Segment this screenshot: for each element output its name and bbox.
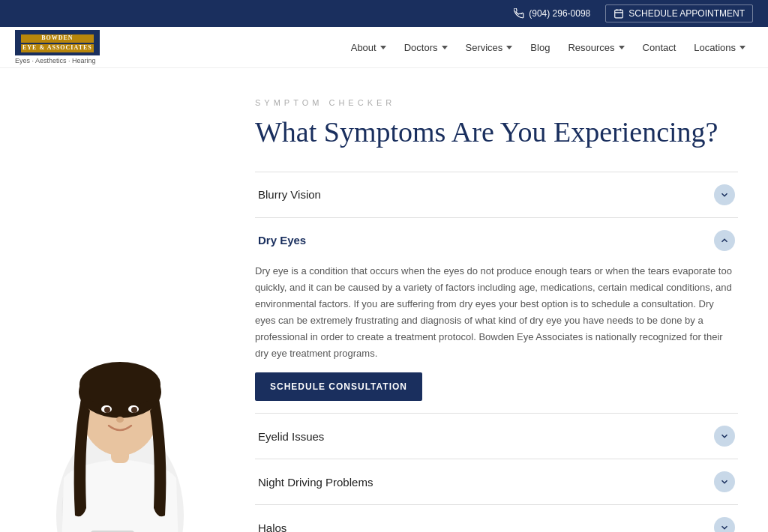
svg-rect-0 [615,10,623,17]
chevron-up-icon [719,235,730,246]
accordion-eyelid-issues: Eyelid Issues [255,414,738,459]
header: BOWDEN EYE & ASSOCIATES Eyes · Aesthetic… [0,27,768,68]
chevron-down-icon [506,46,512,49]
accordion-label-halos: Halos [258,522,286,532]
phone-number: (904) 296-0098 [529,8,590,19]
symptom-checker-label: SYMPTOM CHECKER [255,98,738,107]
nav-locations[interactable]: Locations [686,27,753,68]
chevron-down-icon [719,477,730,487]
accordion-night-driving: Night Driving Problems [255,459,738,505]
top-bar: (904) 296-0098 SCHEDULE APPOINTMENT [0,0,768,27]
accordion-dry-eyes: Dry Eyes Dry eye is a condition that occ… [255,218,738,414]
accordion-label-night-driving: Night Driving Problems [258,476,373,489]
nav-contact[interactable]: Contact [635,27,684,68]
accordion-label-dry-eyes: Dry Eyes [258,234,306,247]
accordion-label-eyelid-issues: Eyelid Issues [258,430,324,443]
logo-area[interactable]: BOWDEN EYE & ASSOCIATES Eyes · Aesthetic… [15,30,120,64]
content-area: SYMPTOM CHECKER What Symptoms Are You Ex… [240,68,768,532]
chevron-down-icon [619,46,625,49]
main-content: SYMPTOM CHECKER What Symptoms Are You Ex… [0,68,768,532]
accordion-halos: Halos [255,505,738,532]
svg-point-12 [80,362,160,407]
logo: BOWDEN EYE & ASSOCIATES [15,30,100,55]
nav-blog[interactable]: Blog [523,27,557,68]
accordion-header-halos[interactable]: Halos [255,505,738,532]
schedule-consultation-button[interactable]: SCHEDULE CONSULTATION [255,372,422,401]
accordion-blurry-vision: Blurry Vision [255,172,738,218]
logo-line2: EYE & ASSOCIATES [21,44,94,52]
chevron-down-icon [442,46,448,49]
accordion-header-eyelid-issues[interactable]: Eyelid Issues [255,414,738,459]
main-nav: About Doctors Services Blog Resources Co… [344,27,753,68]
logo-line1: BOWDEN [21,34,94,43]
accordion-label-blurry-vision: Blurry Vision [258,188,321,201]
accordion-icon-halos [714,517,735,532]
logo-sub: Eyes · Aesthetics · Hearing [15,57,100,64]
chevron-down-icon [740,46,746,49]
schedule-appointment-button[interactable]: SCHEDULE APPOINTMENT [605,4,753,22]
chevron-down-icon [719,431,730,441]
nav-resources[interactable]: Resources [560,27,632,68]
appt-label: SCHEDULE APPOINTMENT [628,8,745,19]
accordion-header-night-driving[interactable]: Night Driving Problems [255,459,738,504]
chevron-down-icon [380,46,386,49]
phone-link[interactable]: (904) 296-0098 [514,8,590,19]
svg-point-15 [104,407,110,413]
calendar-icon [614,8,624,19]
svg-point-17 [116,417,124,423]
accordion-icon-eyelid-issues [714,426,735,447]
page-title: What Symptoms Are You Experiencing? [255,116,738,149]
nav-about[interactable]: About [344,27,394,68]
phone-icon [514,8,524,19]
chevron-down-icon [719,190,730,200]
accordion-icon-night-driving [714,471,735,492]
accordion-header-blurry-vision[interactable]: Blurry Vision [255,172,738,217]
svg-point-16 [131,407,137,413]
symptom-accordion: Blurry Vision Dry Eyes Dry eye is a cond… [255,172,738,532]
accordion-icon-dry-eyes [714,230,735,251]
chevron-down-icon [719,522,730,532]
accordion-icon-blurry-vision [714,184,735,205]
nav-doctors[interactable]: Doctors [397,27,455,68]
accordion-body-dry-eyes: Dry eye is a condition that occurs when … [255,263,738,414]
image-area [0,68,240,532]
nav-services[interactable]: Services [458,27,520,68]
person-image [15,283,225,532]
accordion-header-dry-eyes[interactable]: Dry Eyes [255,218,738,263]
